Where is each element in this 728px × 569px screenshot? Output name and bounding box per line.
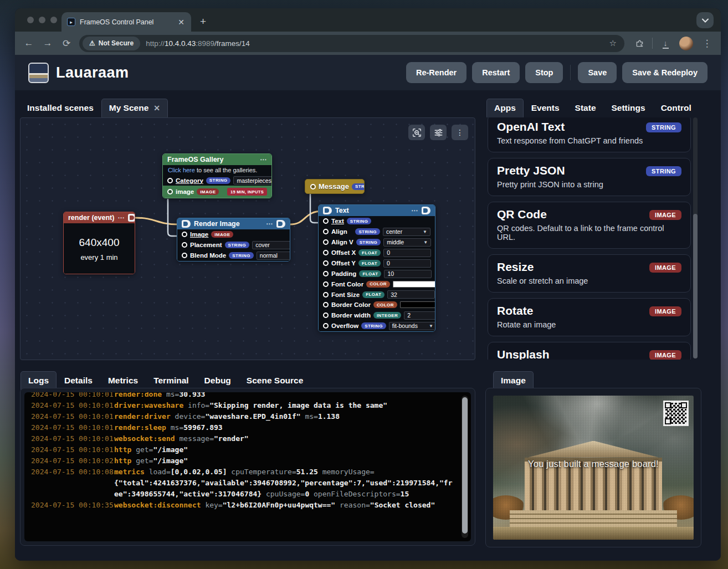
node-header[interactable]: render (event)⋯ bbox=[64, 212, 135, 223]
extensions-puzzle-icon[interactable] bbox=[631, 39, 648, 48]
browser-menu-kebab-icon[interactable]: ⋮ bbox=[699, 38, 715, 49]
input-port[interactable] bbox=[323, 323, 329, 329]
tab-control[interactable]: Control bbox=[653, 99, 699, 117]
tab-installed-scenes[interactable]: Installed scenes bbox=[19, 99, 101, 117]
galleries-link[interactable]: Click here bbox=[168, 167, 195, 173]
apps-scrollbar-thumb[interactable] bbox=[693, 214, 698, 358]
tab-apps[interactable]: Apps bbox=[486, 99, 524, 117]
tab-events[interactable]: Events bbox=[524, 99, 567, 117]
not-secure-badge[interactable]: ⚠ Not Secure bbox=[83, 37, 140, 50]
node-render-image[interactable]: Render Image⋯ImageIMAGEPlacementSTRINGco… bbox=[177, 218, 290, 262]
field-value-input[interactable]: 0 bbox=[383, 259, 431, 268]
tab-state[interactable]: State bbox=[567, 99, 604, 117]
input-port[interactable] bbox=[323, 239, 329, 245]
output-port-image[interactable] bbox=[167, 189, 173, 194]
input-port[interactable] bbox=[182, 253, 187, 258]
app-card-resize[interactable]: ResizeIMAGEScale or stretch an image bbox=[488, 254, 691, 293]
back-button[interactable]: ← bbox=[20, 38, 37, 49]
node-canvas[interactable]: ⋮ FrameOS Gallery⋯Click here to see all … bbox=[20, 117, 475, 360]
next-node-connector-icon[interactable] bbox=[276, 220, 285, 228]
input-port[interactable] bbox=[182, 232, 187, 237]
maximize-window-button[interactable] bbox=[50, 17, 57, 23]
tab-close-icon[interactable]: ✕ bbox=[177, 18, 186, 27]
zoom-to-fit-button[interactable] bbox=[408, 125, 425, 140]
input-port[interactable] bbox=[323, 302, 329, 307]
node-gallery[interactable]: FrameOS Gallery⋯Click here to see all th… bbox=[162, 153, 272, 198]
input-port[interactable] bbox=[182, 242, 187, 248]
address-bar[interactable]: ⚠ Not Secure http://10.4.0.43:8989/frame… bbox=[79, 35, 624, 52]
input-port[interactable] bbox=[167, 178, 173, 183]
canvas-menu-kebab-icon[interactable]: ⋮ bbox=[452, 125, 468, 140]
field-select[interactable]: center▼ bbox=[383, 228, 430, 236]
node-header[interactable]: Text⋯ bbox=[319, 205, 435, 216]
tab-settings[interactable]: Settings bbox=[604, 99, 653, 117]
tab-logs[interactable]: Logs bbox=[20, 371, 57, 390]
field-value-input[interactable]: 2 bbox=[404, 311, 435, 320]
input-port[interactable] bbox=[323, 250, 329, 255]
app-card-unsplash[interactable]: UnsplashIMAGERandom unsplash image bbox=[488, 342, 691, 360]
tab-my-scene[interactable]: My Scene✕ bbox=[101, 99, 168, 117]
output-port-message[interactable] bbox=[310, 184, 316, 189]
reload-button[interactable]: ⟳ bbox=[58, 38, 75, 49]
input-port[interactable] bbox=[323, 281, 329, 287]
node-render-event[interactable]: render (event)⋯640x400every 1 min bbox=[63, 212, 135, 274]
field-value-input[interactable]: 10 bbox=[384, 270, 432, 278]
input-port[interactable] bbox=[323, 260, 329, 266]
field-select[interactable]: normal▼ bbox=[257, 252, 290, 260]
node-header[interactable]: Render Image⋯ bbox=[177, 218, 290, 229]
log-scrollbar[interactable] bbox=[462, 396, 468, 538]
window-controls[interactable] bbox=[27, 17, 57, 23]
action-button-re-render[interactable]: Re-Render bbox=[406, 62, 466, 83]
close-scene-icon[interactable]: ✕ bbox=[153, 104, 160, 112]
tab-scene-source[interactable]: Scene Source bbox=[239, 371, 311, 390]
app-card-rotate[interactable]: RotateIMAGERotate an image bbox=[488, 298, 691, 336]
prev-node-connector-icon[interactable] bbox=[182, 220, 191, 228]
node-text[interactable]: Text⋯TextSTRINGAlignSTRINGcenter▼Align V… bbox=[318, 204, 435, 332]
field-select[interactable]: fit-bounds▼ bbox=[389, 322, 435, 330]
forward-button[interactable]: → bbox=[39, 38, 56, 49]
input-port[interactable] bbox=[323, 229, 329, 234]
node-menu-dots-icon[interactable]: ⋯ bbox=[411, 207, 418, 214]
input-port[interactable] bbox=[323, 218, 329, 224]
field-value-input[interactable]: 0 bbox=[383, 249, 431, 257]
browser-tab[interactable]: ▸ FrameOS Control Panel ✕ bbox=[61, 12, 191, 32]
log-output[interactable]: 2024-07-15 00:10:01render:done ms=30.933… bbox=[24, 392, 471, 541]
prev-node-connector-icon[interactable] bbox=[323, 207, 332, 214]
app-card-pretty-json[interactable]: Pretty JSONSTRINGPretty print JSON into … bbox=[488, 158, 691, 196]
field-color-swatch[interactable] bbox=[400, 301, 435, 308]
profile-avatar[interactable] bbox=[679, 37, 693, 50]
node-message[interactable]: MessageSTRING bbox=[305, 179, 365, 194]
next-node-connector-icon[interactable] bbox=[128, 214, 135, 222]
action-button-stop[interactable]: Stop bbox=[525, 62, 563, 83]
node-menu-dots-icon[interactable]: ⋯ bbox=[266, 220, 273, 228]
minimize-window-button[interactable] bbox=[39, 17, 45, 23]
bookmark-star-icon[interactable]: ☆ bbox=[609, 38, 621, 48]
app-card-qr-code[interactable]: QR CodeIMAGEQR codes. Default to a link … bbox=[488, 202, 691, 249]
tab-image[interactable]: Image bbox=[493, 371, 534, 390]
tab-debug[interactable]: Debug bbox=[197, 371, 239, 390]
edge-render-event-to-render-image[interactable] bbox=[135, 218, 178, 224]
node-menu-dots-icon[interactable]: ⋯ bbox=[117, 214, 125, 222]
input-port[interactable] bbox=[323, 271, 329, 276]
field-select[interactable]: cover▼ bbox=[252, 241, 290, 249]
new-tab-button[interactable]: + bbox=[200, 16, 206, 32]
tab-details[interactable]: Details bbox=[57, 371, 100, 390]
app-card-openai-text[interactable]: OpenAI TextSTRINGText response from Chat… bbox=[488, 117, 691, 152]
field-select[interactable]: masterpieces▼ bbox=[233, 176, 272, 184]
url-text[interactable]: http://10.4.0.43:8989/frames/14 bbox=[146, 39, 250, 48]
apps-scrollbar[interactable] bbox=[693, 117, 698, 358]
input-port[interactable] bbox=[323, 292, 329, 298]
field-value-input[interactable]: 32 bbox=[387, 290, 435, 299]
filter-sliders-button[interactable] bbox=[430, 125, 447, 140]
action-button-restart[interactable]: Restart bbox=[472, 62, 520, 83]
action-button-save-redeploy[interactable]: Save & Redeploy bbox=[622, 62, 708, 83]
tab-metrics[interactable]: Metrics bbox=[100, 371, 146, 390]
action-button-save[interactable]: Save bbox=[578, 62, 617, 83]
log-scrollbar-thumb[interactable] bbox=[462, 397, 468, 534]
node-menu-dots-icon[interactable]: ⋯ bbox=[260, 156, 267, 163]
tab-terminal[interactable]: Terminal bbox=[146, 371, 196, 390]
input-port[interactable] bbox=[323, 312, 329, 318]
field-select[interactable]: middle▼ bbox=[383, 238, 431, 247]
close-window-button[interactable] bbox=[27, 17, 34, 23]
node-header[interactable]: FrameOS Gallery⋯ bbox=[163, 154, 271, 165]
